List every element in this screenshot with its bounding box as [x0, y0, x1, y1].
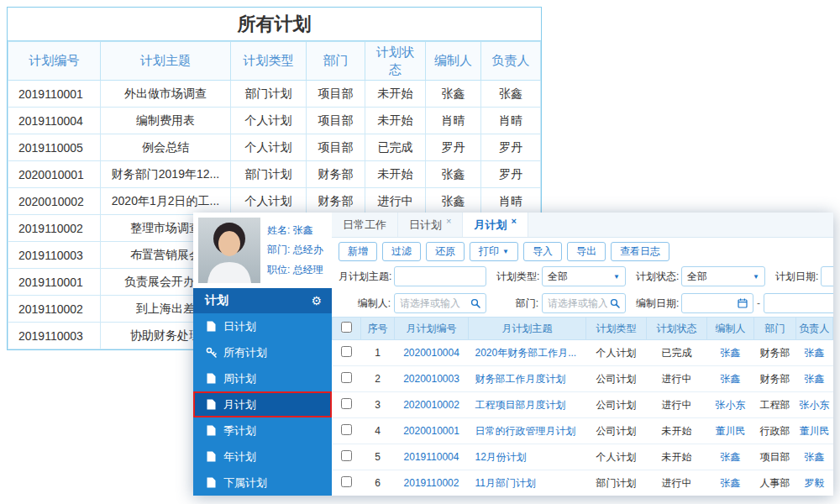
filter-button[interactable]: 过滤 — [382, 242, 421, 261]
avatar — [198, 218, 260, 283]
table-row[interactable]: 2020010002 2020年1月2日的工... 个人计划 财务部 进行中 张… — [8, 188, 541, 215]
sidebar-item-label: 所有计划 — [223, 345, 267, 360]
search-icon[interactable] — [610, 298, 620, 308]
creator-link[interactable]: 张鑫 — [721, 451, 741, 463]
plan-number-link[interactable]: 2020010004 — [403, 347, 459, 359]
close-icon[interactable]: × — [511, 216, 516, 226]
add-button[interactable]: 新增 — [339, 242, 377, 261]
sidebar-item-year-plan[interactable]: 年计划 — [193, 444, 332, 470]
subject-input[interactable] — [400, 270, 480, 282]
reset-button[interactable]: 还原 — [426, 242, 465, 261]
button-label: 还原 — [435, 244, 455, 259]
cell-type: 个人计划 — [231, 108, 307, 134]
sidebar-item-subordinate-plan[interactable]: 下属计划 — [193, 470, 332, 496]
owner-link[interactable]: 张鑫 — [805, 451, 825, 463]
table-row[interactable]: 2019110004 编制费用表 个人计划 项目部 未开始 肖晴 肖晴 — [8, 108, 541, 134]
owner-link[interactable]: 罗毅 — [805, 477, 825, 489]
search-icon[interactable] — [470, 298, 480, 308]
sidebar-item-month-plan[interactable]: 月计划 — [193, 391, 332, 417]
creator-link[interactable]: 张鑫 — [721, 477, 741, 489]
table-row[interactable]: 3 2020010002 工程项目部月度计划 公司计划 进行中 张小东 工程部 … — [333, 392, 833, 418]
cell-dept: 人事部 — [754, 470, 796, 496]
subject-link[interactable]: 2020年财务部工作月... — [475, 347, 577, 359]
plan-number-link[interactable]: 2019110002 — [404, 477, 459, 489]
cell-index: 3 — [361, 392, 395, 418]
select-all-checkbox[interactable] — [341, 322, 352, 333]
cell-creator: 董川民 — [707, 418, 754, 444]
row-checkbox[interactable] — [341, 346, 352, 357]
sidebar-item-quarter-plan[interactable]: 季计划 — [193, 417, 332, 444]
cell-creator: 张鑫 — [426, 81, 481, 108]
created-date-filter-label: 编制日期: — [636, 297, 681, 311]
table-header-row: 计划编号 计划主题 计划类型 部门 计划状态 编制人 负责人 — [8, 42, 541, 81]
plan-number-link[interactable]: 2020010003 — [403, 373, 459, 385]
plan-status-select[interactable]: 全部 ▼ — [681, 266, 765, 286]
cell-type: 个人计划 — [586, 340, 647, 366]
creator-link[interactable]: 张鑫 — [721, 373, 741, 385]
sidebar-item-all-plans[interactable]: 所有计划 — [193, 339, 332, 365]
sidebar-item-day-plan[interactable]: 日计划 — [193, 313, 332, 339]
table-row[interactable]: 1 2020010004 2020年财务部工作月... 个人计划 已完成 张鑫 … — [333, 340, 833, 366]
sidebar-item-label: 月计划 — [223, 397, 256, 412]
subject-link[interactable]: 11月部门计划 — [475, 477, 536, 489]
print-button[interactable]: 打印 ▼ — [470, 242, 518, 261]
subject-link[interactable]: 12月份计划 — [475, 451, 527, 463]
tab-day-plan[interactable]: 日计划 × — [398, 213, 463, 237]
row-checkbox[interactable] — [341, 424, 352, 435]
table-row[interactable]: 2019110005 例会总结 个人计划 项目部 已完成 罗丹 罗丹 — [8, 134, 541, 161]
plan-date-input[interactable] — [827, 270, 833, 282]
created-date-start-input[interactable] — [687, 297, 735, 309]
owner-link[interactable]: 张小东 — [800, 399, 830, 411]
table-row[interactable]: 4 2020010001 日常的行政管理月计划 公司计划 未开始 董川民 行政部… — [333, 418, 833, 444]
plan-number-link[interactable]: 2020010002 — [403, 399, 459, 411]
row-checkbox[interactable] — [341, 372, 352, 383]
creator-link[interactable]: 张鑫 — [721, 347, 741, 359]
cell-dept: 项目部 — [307, 81, 365, 108]
creator-link[interactable]: 张小东 — [716, 399, 746, 411]
owner-link[interactable]: 张鑫 — [805, 373, 825, 385]
row-checkbox[interactable] — [341, 450, 352, 461]
table-row[interactable]: 2 2020010003 财务部工作月度计划 公司计划 进行中 张鑫 财务部 张… — [333, 366, 833, 392]
cell-plan-number: 2020010001 — [395, 418, 469, 444]
plan-number-link[interactable]: 2020010001 — [403, 425, 459, 437]
subject-link[interactable]: 财务部工作月度计划 — [475, 373, 566, 385]
row-checkbox[interactable] — [341, 398, 352, 409]
sidebar-section-plan[interactable]: 计划 ⚙ — [193, 288, 332, 313]
type-filter-label: 计划类型: — [496, 270, 542, 284]
creator-link[interactable]: 董川民 — [716, 425, 746, 437]
plan-date-input-wrap — [821, 266, 833, 286]
col-type: 计划类型 — [586, 318, 647, 340]
cell-status: 未开始 — [647, 418, 707, 444]
cell-creator: 张鑫 — [426, 161, 481, 188]
owner-link[interactable]: 董川民 — [800, 425, 830, 437]
view-log-button[interactable]: 查看日志 — [611, 242, 669, 261]
plan-number-link[interactable]: 2019110004 — [404, 451, 459, 463]
tab-bar: 日常工作 日计划 × 月计划 × — [332, 213, 833, 238]
row-checkbox[interactable] — [341, 476, 352, 487]
tab-daily-work[interactable]: 日常工作 — [332, 213, 398, 237]
tab-month-plan[interactable]: 月计划 × — [463, 213, 528, 237]
import-button[interactable]: 导入 — [523, 242, 562, 261]
subject-link[interactable]: 日常的行政管理月计划 — [475, 425, 576, 437]
dept-input[interactable] — [548, 297, 607, 309]
calendar-icon[interactable] — [738, 298, 748, 308]
export-button[interactable]: 导出 — [567, 242, 606, 261]
created-date-end-input[interactable] — [769, 297, 833, 309]
sidebar-item-week-plan[interactable]: 周计划 — [193, 365, 332, 391]
table-row[interactable]: 2019110001 外出做市场调查 部门计划 项目部 未开始 张鑫 张鑫 — [8, 81, 541, 108]
creator-input[interactable] — [400, 297, 468, 309]
table-row[interactable]: 2020010001 财务部门2019年12... 部门计划 财务部 未开始 张… — [8, 161, 541, 188]
subject-link[interactable]: 工程项目部月度计划 — [475, 399, 566, 411]
table-row[interactable]: 6 2019110002 11月部门计划 部门计划 进行中 张鑫 人事部 罗毅 — [333, 470, 833, 496]
sidebar-item-label: 年计划 — [223, 449, 256, 465]
close-icon[interactable]: × — [446, 216, 451, 226]
table-row[interactable]: 5 2019110004 12月份计划 个人计划 未开始 张鑫 项目部 张鑫 — [333, 444, 833, 470]
owner-link[interactable]: 张鑫 — [805, 347, 825, 359]
cell-plan-number: 2020010003 — [395, 366, 469, 392]
plan-type-select[interactable]: 全部 ▼ — [542, 266, 626, 286]
sidebar: 姓名: 张鑫 部门: 总经办 职位: 总经理 计划 ⚙ 日计划 所有计划 — [193, 213, 332, 496]
key-icon — [205, 347, 217, 358]
cell-owner: 张鑫 — [796, 444, 833, 470]
gear-icon[interactable]: ⚙ — [311, 294, 322, 307]
tab-label: 日常工作 — [343, 218, 386, 233]
